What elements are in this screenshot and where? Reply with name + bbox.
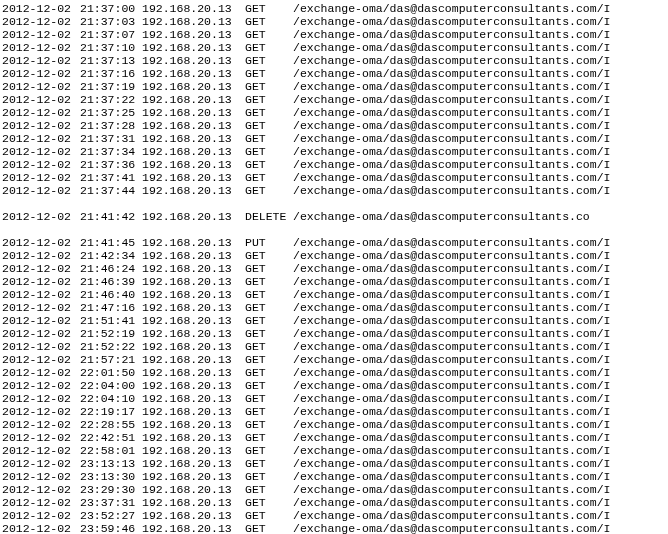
log-time: 21:52:22: [80, 340, 142, 353]
log-time: 23:37:31: [80, 496, 142, 509]
log-path: /exchange-oma/das@dascomputerconsultants…: [293, 171, 610, 184]
log-line: 2012-12-0221:52:19192.168.20.13GET/excha…: [2, 327, 668, 340]
log-method: GET: [245, 262, 293, 275]
log-time: 21:47:16: [80, 301, 142, 314]
log-date: 2012-12-02: [2, 145, 80, 158]
log-date: 2012-12-02: [2, 509, 80, 522]
log-line: 2012-12-0221:37:03192.168.20.13GET/excha…: [2, 15, 668, 28]
log-method: GET: [245, 353, 293, 366]
log-line: 2012-12-0221:37:36192.168.20.13GET/excha…: [2, 158, 668, 171]
log-path: /exchange-oma/das@dascomputerconsultants…: [293, 327, 610, 340]
log-line: 2012-12-0221:37:07192.168.20.13GET/excha…: [2, 28, 668, 41]
log-method: GET: [245, 41, 293, 54]
log-ip: 192.168.20.13: [142, 93, 245, 106]
log-method: GET: [245, 28, 293, 41]
log-date: 2012-12-02: [2, 210, 80, 223]
log-path: /exchange-oma/das@dascomputerconsultants…: [293, 132, 610, 145]
log-method: GET: [245, 301, 293, 314]
log-method: GET: [245, 67, 293, 80]
log-ip: 192.168.20.13: [142, 15, 245, 28]
log-ip: 192.168.20.13: [142, 392, 245, 405]
log-ip: 192.168.20.13: [142, 522, 245, 534]
log-line: 2012-12-0223:37:31192.168.20.13GET/excha…: [2, 496, 668, 509]
log-line: 2012-12-0221:37:10192.168.20.13GET/excha…: [2, 41, 668, 54]
blank-line: [2, 197, 668, 210]
log-method: GET: [245, 132, 293, 145]
log-method: GET: [245, 470, 293, 483]
log-ip: 192.168.20.13: [142, 236, 245, 249]
log-line: 2012-12-0222:42:51192.168.20.13GET/excha…: [2, 431, 668, 444]
log-time: 21:37:22: [80, 93, 142, 106]
log-path: /exchange-oma/das@dascomputerconsultants…: [293, 28, 610, 41]
log-line: 2012-12-0222:01:50192.168.20.13GET/excha…: [2, 366, 668, 379]
log-time: 21:37:31: [80, 132, 142, 145]
log-date: 2012-12-02: [2, 327, 80, 340]
log-time: 23:52:27: [80, 509, 142, 522]
log-line: 2012-12-0221:41:42192.168.20.13DELETE/ex…: [2, 210, 668, 223]
log-date: 2012-12-02: [2, 67, 80, 80]
log-path: /exchange-oma/das@dascomputerconsultants…: [293, 483, 610, 496]
log-method: GET: [245, 184, 293, 197]
log-date: 2012-12-02: [2, 2, 80, 15]
log-method: GET: [245, 522, 293, 534]
log-date: 2012-12-02: [2, 236, 80, 249]
log-ip: 192.168.20.13: [142, 158, 245, 171]
log-path: /exchange-oma/das@dascomputerconsultants…: [293, 405, 610, 418]
log-date: 2012-12-02: [2, 392, 80, 405]
log-path: /exchange-oma/das@dascomputerconsultants…: [293, 15, 610, 28]
log-date: 2012-12-02: [2, 366, 80, 379]
log-path: /exchange-oma/das@dascomputerconsultants…: [293, 301, 610, 314]
log-method: GET: [245, 327, 293, 340]
log-method: GET: [245, 431, 293, 444]
log-line: 2012-12-0221:37:25192.168.20.13GET/excha…: [2, 106, 668, 119]
log-path: /exchange-oma/das@dascomputerconsultants…: [293, 106, 610, 119]
log-time: 21:41:45: [80, 236, 142, 249]
log-path: /exchange-oma/das@dascomputerconsultants…: [293, 93, 610, 106]
log-line: 2012-12-0221:37:44192.168.20.13GET/excha…: [2, 184, 668, 197]
log-time: 21:37:00: [80, 2, 142, 15]
log-ip: 192.168.20.13: [142, 314, 245, 327]
log-time: 21:37:44: [80, 184, 142, 197]
log-line: 2012-12-0221:47:16192.168.20.13GET/excha…: [2, 301, 668, 314]
log-time: 21:37:03: [80, 15, 142, 28]
log-time: 23:13:13: [80, 457, 142, 470]
log-ip: 192.168.20.13: [142, 379, 245, 392]
log-time: 22:04:10: [80, 392, 142, 405]
log-path: /exchange-oma/das@dascomputerconsultants…: [293, 210, 590, 223]
log-method: GET: [245, 340, 293, 353]
log-date: 2012-12-02: [2, 496, 80, 509]
log-path: /exchange-oma/das@dascomputerconsultants…: [293, 457, 610, 470]
log-time: 21:37:41: [80, 171, 142, 184]
log-path: /exchange-oma/das@dascomputerconsultants…: [293, 496, 610, 509]
log-date: 2012-12-02: [2, 262, 80, 275]
log-method: GET: [245, 145, 293, 158]
log-method: GET: [245, 288, 293, 301]
log-time: 21:42:34: [80, 249, 142, 262]
log-method: GET: [245, 2, 293, 15]
log-ip: 192.168.20.13: [142, 2, 245, 15]
log-date: 2012-12-02: [2, 41, 80, 54]
log-date: 2012-12-02: [2, 288, 80, 301]
log-ip: 192.168.20.13: [142, 171, 245, 184]
log-path: /exchange-oma/das@dascomputerconsultants…: [293, 184, 610, 197]
log-method: GET: [245, 509, 293, 522]
log-path: /exchange-oma/das@dascomputerconsultants…: [293, 275, 610, 288]
log-path: /exchange-oma/das@dascomputerconsultants…: [293, 366, 610, 379]
log-time: 21:46:24: [80, 262, 142, 275]
log-path: /exchange-oma/das@dascomputerconsultants…: [293, 522, 610, 534]
log-time: 22:58:01: [80, 444, 142, 457]
log-path: /exchange-oma/das@dascomputerconsultants…: [293, 249, 610, 262]
log-method: GET: [245, 80, 293, 93]
log-method: GET: [245, 158, 293, 171]
log-path: /exchange-oma/das@dascomputerconsultants…: [293, 236, 610, 249]
log-path: /exchange-oma/das@dascomputerconsultants…: [293, 54, 610, 67]
log-date: 2012-12-02: [2, 28, 80, 41]
log-line: 2012-12-0222:28:55192.168.20.13GET/excha…: [2, 418, 668, 431]
log-method: DELETE: [245, 210, 293, 223]
log-date: 2012-12-02: [2, 483, 80, 496]
log-path: /exchange-oma/das@dascomputerconsultants…: [293, 470, 610, 483]
log-ip: 192.168.20.13: [142, 366, 245, 379]
log-line: 2012-12-0223:59:46192.168.20.13GET/excha…: [2, 522, 668, 534]
log-line: 2012-12-0221:52:22192.168.20.13GET/excha…: [2, 340, 668, 353]
log-time: 21:52:19: [80, 327, 142, 340]
